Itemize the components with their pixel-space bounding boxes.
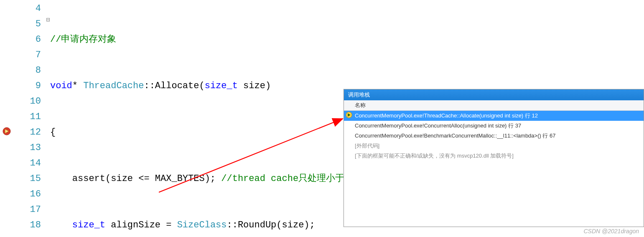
line-number: 17	[0, 202, 41, 217]
line-number: 9	[0, 78, 41, 94]
callstack-row-text: ConcurrentMemoryPool.exe!ConcurrentAlloc…	[355, 122, 521, 129]
callstack-row[interactable]: [外部代码]	[344, 141, 644, 151]
breakpoint-current-line-icon[interactable]	[2, 127, 11, 136]
collapse-icon[interactable]: ⊟	[46, 17, 50, 22]
line-number: 7	[0, 47, 41, 63]
callstack-row[interactable]: [下面的框架可能不正确和/或缺失，没有为 msvcp120.dll 加载符号]	[344, 151, 644, 161]
callstack-panel[interactable]: 调用堆栈 名称 ConcurrentMemoryPool.exe!ThreadC…	[344, 89, 644, 227]
line-number: 15	[0, 171, 41, 186]
line-number: 4	[0, 1, 41, 16]
callstack-header-name[interactable]: 名称	[344, 100, 644, 111]
callstack-row-text: [下面的框架可能不正确和/或缺失，没有为 msvcp120.dll 加载符号]	[355, 153, 514, 159]
line-number: 6	[0, 32, 41, 47]
callstack-row-text: ConcurrentMemoryPool.exe!BenchmarkConcur…	[355, 133, 556, 139]
line-number: 5	[0, 16, 41, 32]
line-number: 8	[0, 63, 41, 78]
callstack-rows: ConcurrentMemoryPool.exe!ThreadCache::Al…	[344, 111, 644, 161]
line-number: 13	[0, 140, 41, 155]
line-number: 18	[0, 217, 41, 233]
line-number: 11	[0, 109, 41, 125]
line-number: 16	[0, 186, 41, 202]
line-number: 10	[0, 94, 41, 109]
line-number: 14	[0, 155, 41, 171]
callstack-row-text: [外部代码]	[355, 143, 379, 149]
callstack-row[interactable]: ConcurrentMemoryPool.exe!ThreadCache::Al…	[344, 111, 644, 121]
code-line: //申请内存对象	[50, 32, 458, 47]
line-number-gutter: 4 5 6 7 8 9 10 11 12 13 14 15 16 17 18	[0, 0, 46, 237]
current-frame-arrow-icon	[346, 112, 352, 118]
callstack-title: 调用堆栈	[344, 89, 644, 100]
callstack-row[interactable]: ConcurrentMemoryPool.exe!BenchmarkConcur…	[344, 131, 644, 141]
callstack-row[interactable]: ConcurrentMemoryPool.exe!ConcurrentAlloc…	[344, 121, 644, 131]
code-editor[interactable]: 4 5 6 7 8 9 10 11 12 13 14 15 16 17 18 ⊟…	[0, 0, 644, 237]
watermark: CSDN @2021dragon	[583, 228, 639, 234]
callstack-row-text: ConcurrentMemoryPool.exe!ThreadCache::Al…	[355, 112, 538, 119]
